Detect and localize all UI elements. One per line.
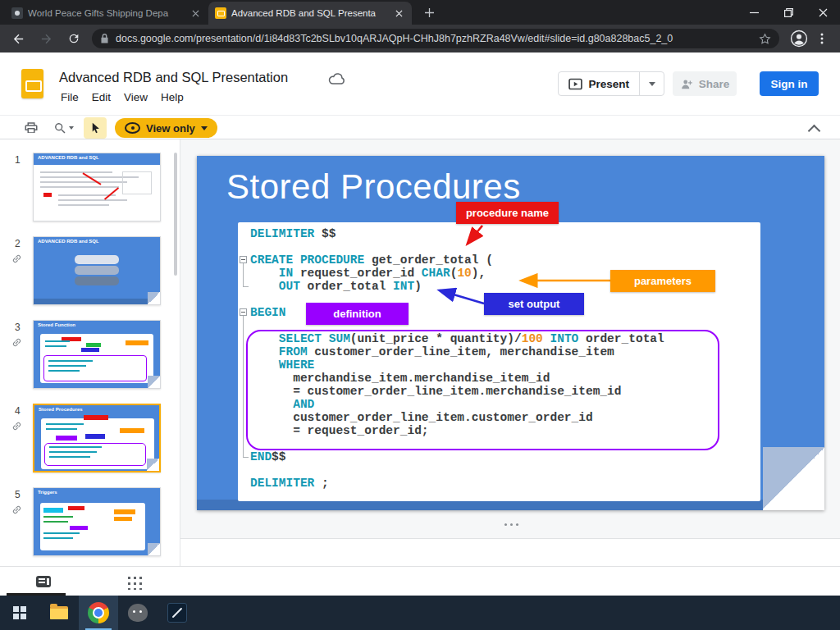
restore-button[interactable] bbox=[771, 0, 806, 25]
present-button-group: Present bbox=[558, 71, 664, 96]
browser-tab-2[interactable]: Advanced RDB and SQL Presenta bbox=[208, 2, 412, 25]
slide-number-5: 5 bbox=[15, 489, 21, 500]
speaker-notes-area[interactable] bbox=[180, 538, 840, 566]
print-button[interactable] bbox=[20, 117, 43, 139]
code-fold-marker[interactable] bbox=[240, 256, 247, 263]
back-button[interactable] bbox=[7, 27, 30, 50]
browser-navbar: docs.google.com/presentation/d/1i84d83Tc… bbox=[0, 25, 840, 52]
new-tab-button[interactable] bbox=[418, 2, 440, 23]
tab1-close-icon[interactable] bbox=[189, 7, 202, 20]
bookmark-star-icon[interactable] bbox=[759, 33, 771, 45]
sign-in-button[interactable]: Sign in bbox=[760, 71, 819, 96]
chrome-icon bbox=[88, 602, 109, 623]
menu-view[interactable]: View bbox=[117, 89, 154, 105]
share-person-icon bbox=[680, 78, 694, 90]
present-play-icon bbox=[568, 78, 582, 90]
zoom-caret-icon bbox=[69, 126, 74, 130]
share-label: Share bbox=[699, 78, 730, 90]
slide-title: Stored Procedures bbox=[226, 167, 521, 207]
present-label: Present bbox=[588, 78, 629, 90]
link-icon bbox=[11, 504, 23, 515]
screen: World Peace Gifts Shipping Depa Advanced… bbox=[0, 0, 840, 630]
pen-app-taskbar-button[interactable] bbox=[158, 596, 197, 630]
collapse-toolbar-chevron[interactable] bbox=[808, 125, 821, 138]
code-line bbox=[250, 463, 752, 477]
thumbnail-title: ADVANCED RDB and SQL bbox=[38, 155, 99, 161]
grid-view-button[interactable] bbox=[121, 571, 146, 592]
thumbnail-preview: ADVANCED RDB and SQL bbox=[34, 237, 160, 304]
forward-button[interactable] bbox=[34, 27, 57, 50]
annotation-procedure-name: procedure name bbox=[456, 202, 559, 224]
zoom-button[interactable] bbox=[48, 117, 79, 139]
windows-logo-icon bbox=[13, 606, 26, 619]
filmstrip-view-button[interactable] bbox=[31, 571, 56, 592]
browser-tab-1[interactable]: World Peace Gifts Shipping Depa bbox=[5, 2, 208, 25]
view-only-label: View only bbox=[146, 122, 195, 135]
reload-button[interactable] bbox=[62, 27, 85, 50]
current-slide[interactable]: Stored Procedures DELIMITER $$CREATE PRO… bbox=[197, 156, 824, 510]
document-title[interactable]: Advanced RDB and SQL Presentation bbox=[59, 70, 288, 85]
minimize-button[interactable] bbox=[737, 0, 771, 25]
eye-icon bbox=[125, 122, 140, 134]
browser-menu-icon[interactable] bbox=[810, 27, 833, 50]
code-line bbox=[250, 240, 752, 253]
gimp-taskbar-button[interactable] bbox=[118, 596, 158, 630]
thumbnail-preview: Stored Procedures bbox=[34, 405, 159, 471]
file-explorer-button[interactable] bbox=[39, 596, 79, 630]
slide-number-4: 4 bbox=[15, 405, 21, 417]
corner-fold-decoration bbox=[763, 447, 824, 510]
folder-icon bbox=[50, 606, 68, 619]
thumbnail-preview: Triggers bbox=[34, 488, 160, 555]
slide-number-3: 3 bbox=[15, 322, 21, 333]
browser-titlebar: World Peace Gifts Shipping Depa Advanced… bbox=[0, 0, 840, 25]
slide-thumbnail-1[interactable]: ADVANCED RDB and SQL bbox=[33, 153, 161, 221]
thumbnail-title: Stored Procedures bbox=[39, 407, 83, 413]
profile-button[interactable] bbox=[788, 27, 810, 50]
lock-icon bbox=[100, 34, 109, 43]
definition-outline-box bbox=[246, 330, 719, 450]
pen-app-icon bbox=[167, 603, 187, 623]
chrome-taskbar-button[interactable] bbox=[79, 596, 118, 630]
code-line: DELIMITER ; bbox=[250, 477, 752, 490]
menu-file[interactable]: File bbox=[54, 89, 85, 105]
tab1-title: World Peace Gifts Shipping Depa bbox=[28, 8, 184, 18]
share-button[interactable]: Share bbox=[673, 71, 737, 96]
grid-view-icon bbox=[126, 573, 142, 590]
slide-thumbnail-2[interactable]: ADVANCED RDB and SQL bbox=[33, 236, 161, 305]
view-only-button[interactable]: View only bbox=[115, 118, 217, 138]
present-options-caret[interactable] bbox=[639, 72, 664, 95]
slide-thumbnail-3[interactable]: Stored Function bbox=[33, 320, 161, 389]
menu-edit[interactable]: Edit bbox=[85, 89, 117, 105]
main-area: Stored Procedures DELIMITER $$CREATE PRO… bbox=[180, 139, 840, 566]
thumbnail-title: Stored Function bbox=[38, 322, 75, 328]
filmstrip-scrollbar[interactable] bbox=[174, 153, 177, 276]
thumbnail-preview: ADVANCED RDB and SQL bbox=[34, 153, 160, 221]
code-fold-bracket bbox=[243, 263, 249, 287]
slide-thumbnail-5[interactable]: Triggers bbox=[33, 487, 161, 556]
gimp-icon bbox=[128, 604, 148, 622]
notes-resize-handle[interactable] bbox=[510, 523, 513, 526]
tab1-favicon bbox=[11, 7, 23, 19]
annotation-parameters: parameters bbox=[610, 270, 715, 292]
thumbnail-title: ADVANCED RDB and SQL bbox=[38, 239, 99, 244]
slide-filmstrip-panel: 1ADVANCED RDB and SQL2ADVANCED RDB and S… bbox=[0, 139, 180, 566]
code-fold-marker[interactable] bbox=[240, 308, 247, 316]
filmstrip-view-icon bbox=[36, 576, 51, 587]
slides-app-header: Advanced RDB and SQL Presentation File E… bbox=[0, 52, 840, 115]
address-bar[interactable]: docs.google.com/presentation/d/1i84d83Tc… bbox=[92, 29, 779, 48]
menu-help[interactable]: Help bbox=[154, 89, 190, 105]
link-icon bbox=[11, 336, 23, 348]
close-button[interactable] bbox=[806, 0, 840, 25]
select-tool-button[interactable] bbox=[84, 117, 107, 139]
slide-number-1: 1 bbox=[15, 154, 21, 166]
print-icon bbox=[24, 121, 39, 135]
caret-down-icon bbox=[649, 82, 655, 86]
present-button[interactable]: Present bbox=[559, 72, 639, 95]
link-icon bbox=[11, 420, 23, 431]
tab2-close-icon[interactable] bbox=[392, 7, 405, 20]
start-button[interactable] bbox=[0, 596, 39, 630]
annotation-set-output: set output bbox=[484, 293, 584, 315]
slide-thumbnail-4[interactable]: Stored Procedures bbox=[33, 404, 161, 472]
google-slides-logo[interactable] bbox=[21, 69, 43, 98]
drive-status-cloud-icon[interactable] bbox=[328, 71, 345, 89]
